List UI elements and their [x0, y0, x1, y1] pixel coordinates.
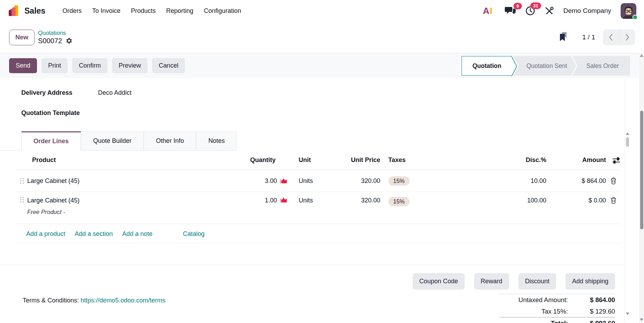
company-switcher[interactable]: Demo Company	[563, 7, 611, 15]
activities-badge: 31	[530, 2, 541, 9]
quantity-cell[interactable]: 1.00	[265, 197, 277, 204]
pager-previous-button[interactable]	[603, 29, 619, 45]
svg-text:A: A	[483, 6, 489, 16]
tab-quote-builder[interactable]: Quote Builder	[81, 131, 144, 150]
breadcrumb: Quotations S00072	[38, 29, 73, 45]
discount-cell[interactable]: 100.00	[450, 192, 546, 204]
scroll-up-arrow-icon[interactable]	[640, 54, 643, 57]
product-cell[interactable]: Large Cabinet (45)	[27, 177, 195, 185]
order-line-row: Large Cabinet (45) 3.00 Units 320.00 15%…	[17, 170, 621, 192]
gear-icon[interactable]	[66, 37, 73, 44]
delivery-address-value[interactable]: Deco Addict	[98, 89, 189, 97]
app-name[interactable]: Sales	[24, 6, 45, 16]
bookmark-icon[interactable]	[559, 32, 568, 43]
taxes-cell[interactable]: 15%	[380, 192, 450, 206]
user-avatar[interactable]	[621, 3, 636, 19]
taxes-cell[interactable]: 15%	[380, 176, 450, 186]
total-value: $ 993.60	[568, 320, 615, 323]
free-product-note: Free Product -	[27, 209, 195, 216]
table-header-row: Product Quantity Unit Unit Price Taxes D…	[17, 151, 621, 170]
amount-cell: $ 0.00	[546, 192, 606, 204]
header-discount: Disc.%	[450, 156, 546, 164]
tax-value: $ 129.60	[568, 308, 615, 315]
unit-cell[interactable]: Units	[292, 177, 342, 185]
stage-sales-order[interactable]: Sales Order	[572, 56, 630, 76]
stage-quotation-sent[interactable]: Quotation Sent	[513, 56, 576, 76]
discount-cell[interactable]: 10.00	[450, 177, 546, 185]
forecast-chart-icon[interactable]	[280, 197, 287, 203]
drag-handle-icon[interactable]	[17, 178, 27, 184]
menu-products[interactable]: Products	[126, 5, 161, 17]
menu-orders[interactable]: Orders	[57, 5, 87, 17]
pager-next-button[interactable]	[619, 29, 635, 45]
activities-clock-icon[interactable]: 31	[525, 6, 535, 16]
header-unit: Unit	[292, 156, 342, 164]
order-line-row: Large Cabinet (45) Free Product - 1.00 U…	[17, 192, 621, 224]
header-amount: Amount	[546, 156, 606, 164]
discount-button[interactable]: Discount	[518, 273, 556, 290]
online-status-dot	[632, 15, 638, 20]
add-a-product-link[interactable]: Add a product	[26, 230, 65, 238]
notebook-tabs: Order Lines Quote Builder Other Info Not…	[0, 131, 237, 151]
coupon-code-button[interactable]: Coupon Code	[413, 273, 465, 290]
messages-badge: 9	[514, 3, 522, 9]
quantity-cell[interactable]: 3.00	[265, 177, 277, 185]
form-sheet: Delivery Address Deco Addict Quotation T…	[0, 78, 644, 323]
unit-cell[interactable]: Units	[292, 192, 342, 204]
unit-price-cell[interactable]: 320.00	[342, 177, 380, 185]
send-button[interactable]: Send	[9, 58, 37, 73]
svg-text:I: I	[490, 6, 492, 16]
tax-tag: 15%	[388, 176, 410, 186]
catalog-link[interactable]: Catalog	[183, 230, 204, 238]
quotation-template-label: Quotation Template	[21, 109, 98, 117]
scroll-down-arrow-icon[interactable]	[626, 313, 629, 315]
optional-columns-icon[interactable]	[606, 157, 621, 164]
print-button[interactable]: Print	[42, 58, 68, 73]
order-lines-table: Product Quantity Unit Unit Price Taxes D…	[17, 151, 621, 244]
page-scrollbar[interactable]	[639, 52, 644, 323]
scroll-up-arrow-icon[interactable]	[626, 132, 629, 135]
tab-order-lines[interactable]: Order Lines	[21, 131, 81, 151]
inner-scrollbar-thumb[interactable]	[626, 137, 629, 147]
add-a-section-link[interactable]: Add a section	[75, 230, 113, 238]
sales-app-logo-icon[interactable]	[8, 5, 20, 17]
preview-button[interactable]: Preview	[112, 58, 148, 73]
tax-tag: 15%	[388, 197, 410, 206]
header-quantity: Quantity	[195, 156, 292, 164]
new-button[interactable]: New	[9, 30, 35, 45]
statusbar: Send Print Confirm Preview Cancel Quotat…	[0, 53, 644, 78]
reward-button[interactable]: Reward	[474, 273, 509, 290]
tab-notes[interactable]: Notes	[196, 131, 237, 150]
forecast-chart-icon[interactable]	[280, 178, 287, 184]
page-scrollbar-thumb[interactable]	[640, 111, 643, 229]
delete-row-icon[interactable]	[606, 177, 621, 184]
field-quotation-template: Quotation Template	[0, 104, 644, 122]
drag-handle-icon[interactable]	[17, 192, 27, 202]
delete-row-icon[interactable]	[606, 192, 621, 204]
scroll-down-arrow-icon[interactable]	[640, 318, 643, 321]
breadcrumb-quotations-link[interactable]: Quotations	[38, 29, 73, 37]
ai-icon[interactable]: A I	[483, 6, 495, 16]
stage-pipeline: Quotation Quotation Sent Sales Order	[462, 56, 630, 76]
messages-icon[interactable]: 9	[505, 6, 516, 16]
menu-to-invoice[interactable]: To Invoice	[87, 5, 126, 17]
header-product: Product	[27, 156, 195, 164]
control-panel: New Quotations S00072 1 / 1	[0, 22, 644, 53]
add-shipping-button[interactable]: Add shipping	[566, 273, 615, 290]
cancel-button[interactable]: Cancel	[152, 58, 185, 73]
untaxed-amount-value: $ 864.00	[568, 296, 615, 304]
stage-quotation[interactable]: Quotation	[462, 56, 512, 76]
add-a-note-link[interactable]: Add a note	[122, 230, 152, 238]
menu-reporting[interactable]: Reporting	[161, 5, 199, 17]
confirm-button[interactable]: Confirm	[72, 58, 107, 73]
tab-other-info[interactable]: Other Info	[144, 131, 196, 150]
top-navbar: Sales Orders To Invoice Products Reporti…	[0, 0, 644, 22]
tax-row: Tax 15%: $ 129.60	[499, 306, 615, 317]
product-cell[interactable]: Large Cabinet (45)	[27, 197, 195, 204]
inner-scrollbar[interactable]	[624, 78, 630, 323]
tools-icon[interactable]	[545, 6, 554, 16]
menu-configuration[interactable]: Configuration	[199, 5, 246, 17]
unit-price-cell[interactable]: 320.00	[342, 192, 380, 204]
section-divider	[0, 265, 624, 265]
terms-link[interactable]: https://demo5.odoo.com/terms	[81, 297, 165, 304]
